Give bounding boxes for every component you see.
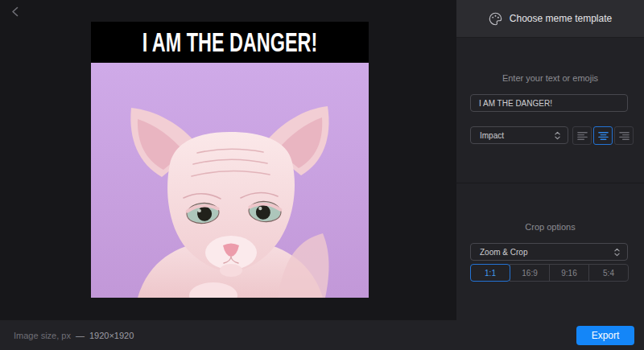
- align-center-button[interactable]: [593, 126, 613, 145]
- ratio-9-16-button[interactable]: 9:16: [549, 264, 589, 282]
- sphynx-cat-photo: [91, 63, 369, 298]
- crop-mode-value: Zoom & Crop: [480, 248, 527, 257]
- palette-icon: [489, 12, 502, 26]
- text-alignment-group: [572, 126, 634, 145]
- meme-caption-text: I AM THE DANGER!: [142, 27, 318, 57]
- font-select[interactable]: Impact: [470, 126, 568, 144]
- crop-section-label: Crop options: [456, 222, 644, 232]
- stepper-icon: [555, 131, 560, 140]
- ratio-5-4-button[interactable]: 5:4: [588, 264, 629, 282]
- editor-canvas: I AM THE DANGER!: [0, 0, 456, 320]
- crop-mode-select[interactable]: Zoom & Crop: [470, 243, 628, 261]
- stepper-icon: [614, 248, 620, 257]
- sidebar-divider: [456, 183, 644, 183]
- meme-preview[interactable]: I AM THE DANGER!: [91, 22, 369, 298]
- choose-template-label: Choose meme template: [510, 13, 612, 24]
- ratio-16-9-button[interactable]: 16:9: [510, 264, 550, 282]
- align-center-icon: [597, 131, 609, 141]
- image-size-separator: —: [76, 331, 85, 340]
- back-button[interactable]: [6, 3, 23, 19]
- image-size-label: Image size, px: [14, 331, 71, 340]
- bottom-bar: Image size, px — 1920×1920 Export: [0, 320, 644, 350]
- align-right-icon: [618, 131, 630, 141]
- chevron-left-icon: [11, 6, 19, 17]
- font-select-value: Impact: [480, 131, 504, 140]
- text-section-label: Enter your text or emojis: [456, 73, 644, 83]
- ratio-1-1-button[interactable]: 1:1: [470, 264, 510, 282]
- meme-text-input[interactable]: [470, 94, 628, 112]
- meme-editor-app: I AM THE DANGER!: [0, 0, 644, 350]
- meme-caption-bar: I AM THE DANGER!: [91, 22, 369, 63]
- image-size-info: Image size, px — 1920×1920: [14, 331, 134, 340]
- right-sidebar: Choose meme template Enter your text or …: [456, 0, 644, 320]
- export-button[interactable]: Export: [576, 326, 634, 345]
- choose-template-button[interactable]: Choose meme template: [456, 0, 644, 38]
- align-left-button[interactable]: [572, 126, 592, 145]
- align-right-button[interactable]: [614, 126, 634, 145]
- align-left-icon: [576, 131, 588, 141]
- image-size-value: 1920×1920: [89, 331, 134, 340]
- aspect-ratio-group: 1:1 16:9 9:16 5:4: [470, 264, 629, 282]
